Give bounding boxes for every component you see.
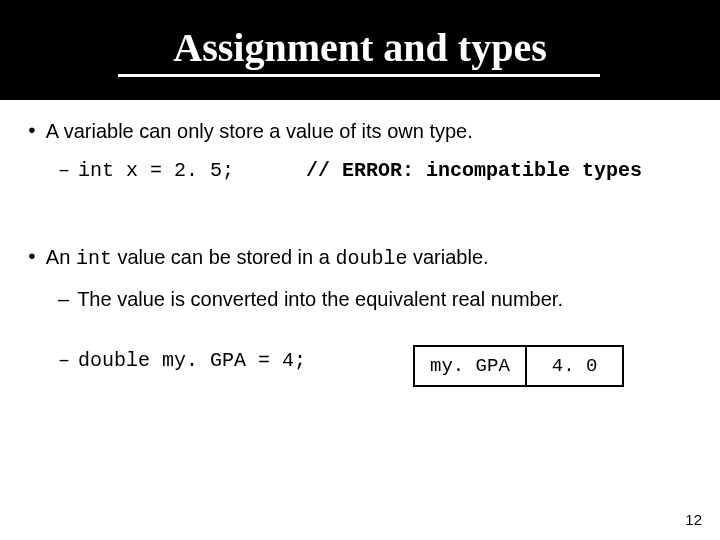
code-line: double my. GPA = 4; [78, 348, 306, 374]
code-assign: int x = 2. 5; [78, 159, 234, 182]
bullet-text: A variable can only store a value of its… [46, 118, 473, 144]
b2-code2: double [335, 247, 407, 270]
b2-post: variable. [407, 246, 488, 268]
slide-body: ● A variable can only store a value of i… [0, 100, 720, 374]
bullet-2-sub: – The value is converted into the equiva… [58, 286, 692, 312]
dash-marker: – [58, 158, 70, 184]
b2-mid: value can be stored in a [112, 246, 335, 268]
bullet-text: An int value can be stored in a double v… [46, 244, 489, 272]
title-header: Assignment and types [0, 0, 720, 100]
code-line: int x = 2. 5; // ERROR: incompatible typ… [78, 158, 642, 184]
b2-pre: An [46, 246, 76, 268]
dash-marker: – [58, 348, 70, 374]
slide-title: Assignment and types [0, 24, 720, 71]
variable-box: my. GPA 4. 0 [413, 345, 624, 387]
sub-text: The value is converted into the equivale… [77, 286, 563, 312]
bullet-1-code: – int x = 2. 5; // ERROR: incompatible t… [58, 158, 692, 184]
dash-marker: – [58, 286, 69, 312]
b2-code1: int [76, 247, 112, 270]
bullet-marker: ● [28, 118, 36, 142]
code-comment: // ERROR: incompatible types [306, 159, 642, 182]
title-underline [118, 74, 600, 77]
bullet-1: ● A variable can only store a value of i… [28, 118, 692, 144]
variable-name-cell: my. GPA [413, 345, 527, 387]
variable-value-cell: 4. 0 [527, 345, 625, 387]
page-number: 12 [685, 511, 702, 528]
bullet-marker: ● [28, 244, 36, 268]
bullet-2: ● An int value can be stored in a double… [28, 244, 692, 272]
